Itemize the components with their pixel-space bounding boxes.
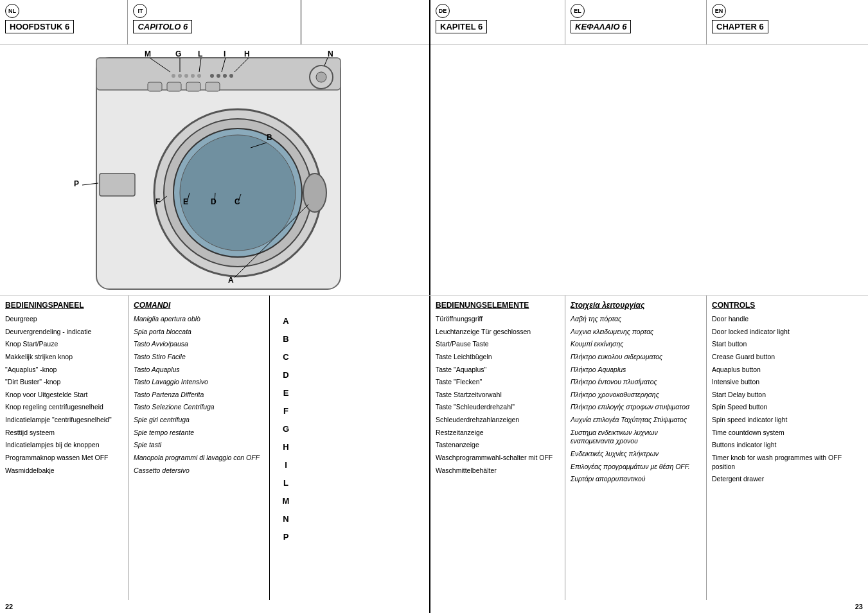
el-lang-label: EL <box>574 8 581 14</box>
svg-point-17 <box>229 74 233 78</box>
en-header: EN CHAPTER 6 <box>707 0 868 44</box>
col-it: COMANDI Maniglia apertura oblò Spia port… <box>128 296 270 600</box>
de-item-11: Waschprogrammwahl-schalter mit OFF <box>436 454 560 463</box>
nl-item-9: Resttijd systeem <box>5 429 123 438</box>
en-lang-label: EN <box>715 8 723 14</box>
nl-lang-circle: NL <box>5 4 19 18</box>
diagram-header-spacer <box>301 0 429 44</box>
el-item-7: Πλήκτρο επιλογής στροφων στυψιματοσ <box>571 403 701 412</box>
it-item-1: Spia porta bloccata <box>134 328 264 337</box>
de-item-12: Waschmittelbehälter <box>436 466 560 475</box>
svg-text:L: L <box>198 49 202 58</box>
de-item-5: Taste "Flecken" <box>436 378 560 387</box>
en-col-header: CONTROLS <box>712 301 863 310</box>
de-lang-circle: DE <box>436 4 450 18</box>
letter-L: L <box>283 475 288 490</box>
it-item-6: Tasto Partenza Differita <box>134 391 264 400</box>
it-item-12: Cassetto detersivo <box>134 466 264 475</box>
el-col-header: Στοιχεία λειτουργίας <box>571 301 701 310</box>
en-item-2: Start button <box>712 340 863 349</box>
nl-item-5: "Dirt Buster" -knop <box>5 378 123 387</box>
letter-E: E <box>283 386 289 400</box>
nl-item-12: Wasmiddelbakje <box>5 466 123 475</box>
de-item-8: Schleuderdrehzahlanzeigen <box>436 416 560 425</box>
page-number-left: 22 <box>0 600 429 613</box>
de-lang-label: DE <box>439 8 447 14</box>
svg-rect-19 <box>167 82 181 91</box>
nl-item-7: Knop regeling centrifugesnelheid <box>5 403 123 412</box>
el-header: EL ΚΕΦΑΛΑΙΟ 6 <box>565 0 707 44</box>
en-item-9: Time countdown system <box>712 429 863 438</box>
col-nl: BEDIENINGSPANEEL Deurgreep Deurvergrende… <box>0 296 128 600</box>
it-item-11: Manopola programmi di lavaggio con OFF <box>134 454 264 463</box>
it-lang-label: IT <box>137 8 143 14</box>
it-item-7: Tasto Selezione Centrifuga <box>134 403 264 412</box>
diagram-area: M G L I H N P B F <box>0 45 430 296</box>
it-item-3: Tasto Stiro Facile <box>134 353 264 362</box>
en-item-8: Spin speed indicator light <box>712 416 863 425</box>
page-number-right: 23 <box>430 600 868 613</box>
it-item-9: Spie tempo restante <box>134 429 264 438</box>
el-item-12: Συρτάρι απορρυπαντικού <box>571 475 701 484</box>
nl-item-4: "Aquaplus" -knop <box>5 366 123 375</box>
it-chapter-title: CAPITOLO 6 <box>133 20 192 33</box>
svg-rect-18 <box>148 82 162 91</box>
svg-text:D: D <box>211 197 217 206</box>
en-item-4: Aquaplus button <box>712 366 863 375</box>
el-item-5: Πλήκτρο έντονου πλυσίματος <box>571 378 701 387</box>
nl-chapter-title: HOOFDSTUK 6 <box>5 20 74 33</box>
de-item-2: Start/Pause Taste <box>436 340 560 349</box>
left-header-row: NL HOOFDSTUK 6 IT CAPITOLO 6 <box>0 0 429 45</box>
it-col-header: COMANDI <box>134 301 264 310</box>
nl-item-6: Knop voor Uitgestelde Start <box>5 391 123 400</box>
it-item-4: Tasto Aquaplus <box>134 366 264 375</box>
el-item-10: Ενδεικτικές λυχνίες πλήκτρων <box>571 450 701 459</box>
it-item-5: Tasto Lavaggio Intensivo <box>134 378 264 387</box>
en-item-3: Crease Guard button <box>712 353 863 362</box>
letter-D: D <box>283 368 288 382</box>
svg-point-16 <box>223 74 227 78</box>
left-columns-area: BEDIENINGSPANEEL Deurgreep Deurvergrende… <box>0 296 429 600</box>
de-item-3: Taste Leichtbügeln <box>436 353 560 362</box>
it-header: IT CAPITOLO 6 <box>128 0 301 44</box>
it-item-10: Spie tasti <box>134 441 264 450</box>
letter-G: G <box>283 422 289 436</box>
de-col-header: BEDIENUNGSELEMENTE <box>436 301 560 310</box>
de-item-0: Türöffnungsgriff <box>436 315 560 324</box>
en-item-0: Door handle <box>712 315 863 324</box>
nl-lang-label: NL <box>8 8 16 14</box>
letter-F: F <box>283 404 288 418</box>
en-chapter-title: CHAPTER 6 <box>712 20 768 33</box>
de-item-7: Taste "Schleuderdrehzahl" <box>436 403 560 412</box>
nl-item-10: Indicatielampjes bij de knoppen <box>5 441 123 450</box>
right-diagram-empty <box>430 45 868 296</box>
right-panel: DE KAPITEL 6 EL ΚΕΦΑΛΑΙΟ 6 EN CHAPTER 6 … <box>430 0 868 613</box>
nl-item-11: Programmaknop wassen Met OFF <box>5 454 123 463</box>
en-item-1: Door locked indicator light <box>712 328 863 337</box>
letter-A: A <box>283 314 288 328</box>
nl-col-header: BEDIENINGSPANEEL <box>5 301 123 310</box>
svg-text:H: H <box>244 49 250 58</box>
it-lang-circle: IT <box>133 4 147 18</box>
letter-I: I <box>285 458 287 472</box>
en-item-6: Start Delay button <box>712 391 863 400</box>
svg-text:N: N <box>328 49 333 58</box>
svg-point-14 <box>210 74 214 78</box>
el-item-11: Επιλογέας προγραμμάτων με θέση OFF. <box>571 463 701 472</box>
right-columns-area: BEDIENUNGSELEMENTE Türöffnungsgriff Leuc… <box>430 296 868 600</box>
letter-H: H <box>283 440 288 454</box>
de-chapter-title: KAPITEL 6 <box>436 20 487 33</box>
svg-point-10 <box>178 74 182 78</box>
el-item-4: Πλήκτρο Aquaplus <box>571 366 701 375</box>
nl-item-0: Deurgreep <box>5 315 123 324</box>
svg-point-15 <box>217 74 220 78</box>
letter-B: B <box>283 332 288 346</box>
svg-text:G: G <box>175 49 181 58</box>
en-lang-circle: EN <box>712 4 726 18</box>
de-item-1: Leuchtanzeige Tür geschlossen <box>436 328 560 337</box>
nl-item-2: Knop Start/Pauze <box>5 340 123 349</box>
svg-text:M: M <box>145 49 151 58</box>
letter-C: C <box>283 350 288 364</box>
de-header: DE KAPITEL 6 <box>430 0 565 44</box>
en-item-7: Spin Speed button <box>712 403 863 412</box>
